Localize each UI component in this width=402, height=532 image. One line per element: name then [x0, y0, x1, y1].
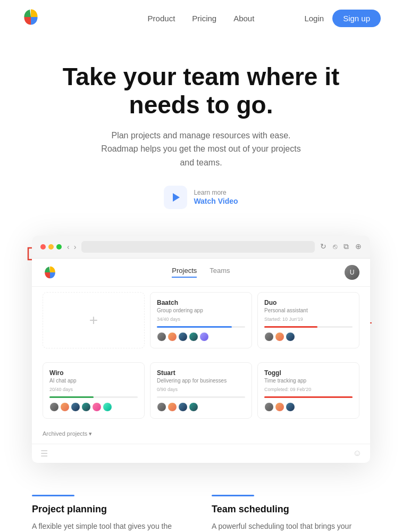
archived-projects[interactable]: Archived projects ▾ — [32, 427, 370, 444]
app-content: Projects Teams U + Baatch Group ordering… — [32, 259, 370, 463]
feature-title-1: Project planning — [32, 504, 190, 515]
project-card-stuart[interactable]: Stuart Delivering app for businesses 0/9… — [150, 362, 252, 419]
user-avatar[interactable]: U — [345, 265, 359, 280]
features-section: Project planning A flexible yet simple t… — [0, 484, 402, 532]
tab-projects[interactable]: Projects — [172, 267, 197, 278]
browser-share-icon[interactable]: ⎋ — [333, 242, 337, 251]
nav-pricing[interactable]: Pricing — [192, 14, 216, 23]
nav-actions: Login Sign up — [304, 10, 381, 27]
watch-video-text: Learn more Watch Video — [194, 189, 238, 206]
hero-section: Take your team where it needs to go. Pla… — [0, 36, 402, 225]
projects-grid-row1: + Baatch Group ordering app 34/40 days — [32, 287, 370, 357]
browser-forward[interactable]: › — [74, 243, 77, 251]
project-card-baatch[interactable]: Baatch Group ordering app 34/40 days — [150, 292, 252, 348]
project-card-toggl[interactable]: Toggl Time tracking app Completed: 09 Fe… — [257, 362, 359, 419]
baatch-avatars — [157, 332, 245, 342]
browser-section: ‹ › ↻ ⎋ ⧉ ⊕ Projects — [32, 236, 370, 463]
project-card-wiro[interactable]: Wiro AI chat app 20/40 days — [43, 362, 145, 419]
browser-dot-minimize[interactable] — [48, 244, 54, 250]
navigation: Product Pricing About Login Sign up — [0, 0, 402, 36]
login-link[interactable]: Login — [304, 14, 324, 23]
browser-nav-buttons: ‹ › — [67, 243, 76, 251]
browser-refresh-icon[interactable]: ↻ — [320, 242, 326, 251]
tab-teams[interactable]: Teams — [210, 267, 230, 278]
feature-team-scheduling: Team scheduling A powerful scheduling to… — [212, 495, 370, 532]
logo[interactable] — [21, 7, 40, 29]
feature-desc-2: A powerful scheduling tool that brings y… — [212, 520, 370, 532]
browser-window: ‹ › ↻ ⎋ ⧉ ⊕ Projects — [32, 236, 370, 463]
browser-dot-close[interactable] — [40, 244, 46, 250]
app-tabs: Projects Teams — [172, 267, 230, 278]
browser-dot-fullscreen[interactable] — [56, 244, 62, 250]
duo-avatars — [264, 332, 353, 342]
watch-video-cta[interactable]: Learn more Watch Video — [164, 186, 238, 209]
app-header: Projects Teams U — [32, 259, 370, 287]
feature-desc-1: A flexible yet simple tool that gives yo… — [32, 520, 190, 532]
play-button[interactable] — [164, 186, 187, 209]
hero-heading: Take your team where it needs to go. — [21, 63, 381, 119]
browser-chrome-bar: ‹ › ↻ ⎋ ⧉ ⊕ — [32, 236, 370, 259]
stuart-avatars — [157, 402, 245, 412]
projects-grid-row2: Wiro AI chat app 20/40 days — [32, 357, 370, 427]
signup-button[interactable]: Sign up — [332, 10, 381, 27]
browser-footer: ☰ ☺ — [32, 444, 370, 463]
browser-tabs-icon[interactable]: ⧉ — [344, 242, 349, 251]
toggl-avatars — [264, 402, 353, 412]
nav-product[interactable]: Product — [148, 14, 175, 23]
nav-links: Product Pricing About — [148, 14, 255, 23]
browser-dots — [40, 244, 62, 250]
wiro-avatars — [49, 402, 138, 412]
browser-toolbar-icons: ↻ ⎋ ⧉ ⊕ — [320, 242, 362, 251]
add-project-card[interactable]: + — [43, 292, 145, 348]
feature-project-planning: Project planning A flexible yet simple t… — [32, 495, 190, 532]
feature-title-2: Team scheduling — [212, 504, 370, 515]
project-card-duo[interactable]: Duo Personal assistant Started: 10 Jun'1… — [257, 292, 359, 348]
feature-line-2 — [212, 495, 254, 496]
browser-back[interactable]: ‹ — [67, 243, 70, 251]
feature-line-1 — [32, 495, 74, 496]
browser-menu-icon[interactable]: ⊕ — [355, 242, 362, 251]
browser-url-bar[interactable] — [81, 241, 315, 253]
nav-about[interactable]: About — [233, 14, 254, 23]
smiley-icon[interactable]: ☺ — [353, 448, 362, 458]
hero-subtext: Plan projects and manage resources with … — [100, 129, 302, 170]
hamburger-icon[interactable]: ☰ — [40, 448, 48, 459]
